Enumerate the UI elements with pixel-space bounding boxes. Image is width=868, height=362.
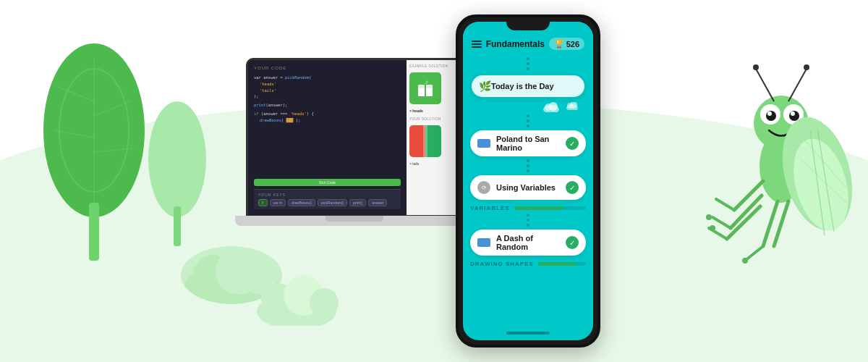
small-tree-trunk [174, 206, 181, 246]
svg-point-29 [767, 111, 772, 116]
phone-clouds [470, 102, 586, 112]
score-badge: 🏆 526 [549, 38, 584, 50]
tree-big [36, 43, 152, 261]
output-tails: > tails [409, 161, 458, 166]
phone-content: 🌿 Today is the Day Poland to [463, 56, 593, 269]
svg-point-50 [742, 258, 748, 264]
leaf-emoji: 🌿 [479, 80, 491, 92]
phone-title: Fundamentals [486, 39, 545, 49]
screen-content: YOUR CODE var answer = pickRandom( 'head… [248, 60, 461, 215]
key-if[interactable]: if [258, 199, 268, 206]
svg-point-13 [310, 288, 339, 317]
cloud-small-1 [542, 102, 560, 112]
phone: Fundamentals 🏆 526 🌿 Today is the Day [456, 14, 600, 348]
svg-line-39 [727, 206, 760, 239]
phone-notch [506, 17, 550, 30]
lesson-pill-variables[interactable]: ⟳ Using Variables ✓ [470, 175, 586, 200]
key-var[interactable]: var m [270, 199, 286, 206]
cloud-center [253, 275, 340, 326]
tree-canopy [43, 43, 145, 217]
phone-bottom-hint [506, 332, 550, 334]
lesson-pill-today[interactable]: 🌿 Today is the Day [470, 74, 586, 98]
code-line-2: 'heads', [254, 81, 401, 88]
your-solution-label: YOUR SOLUTION [409, 117, 458, 121]
lesson-icon-dash [477, 238, 490, 247]
svg-point-30 [791, 111, 795, 116]
section-label-drawing: DRAWING SHAPES [470, 261, 586, 267]
code-line-4: ); [254, 93, 401, 100]
key-answer[interactable]: answer [368, 199, 387, 206]
grasshopper-character [705, 22, 857, 340]
laptop-screen: YOUR CODE var answer = pickRandom( 'head… [246, 58, 463, 217]
tree-small [145, 101, 210, 246]
svg-point-19 [549, 102, 558, 111]
svg-line-36 [716, 199, 734, 210]
lesson-icon-variables: ⟳ [477, 181, 490, 194]
svg-line-4 [54, 130, 94, 138]
drawing-progress-fill [538, 262, 576, 266]
scene: YOUR CODE var answer = pickRandom( 'head… [0, 0, 868, 362]
tree-trunk [89, 203, 99, 261]
run-code-button[interactable]: Run Code [254, 179, 401, 186]
check-badge-poland: ✓ [566, 137, 579, 150]
check-badge-variables: ✓ [566, 181, 579, 194]
svg-line-31 [756, 69, 774, 101]
check-badge-dash: ✓ [566, 236, 579, 249]
lesson-label-today: Today is the Day [491, 82, 577, 90]
svg-point-52 [706, 214, 712, 220]
svg-point-33 [753, 64, 759, 70]
code-line-6: if (answer === 'heads') { [254, 111, 401, 117]
svg-line-3 [94, 101, 130, 116]
lesson-label-poland: Poland to San Marino [496, 135, 566, 152]
code-line-5: print(answer); [254, 102, 401, 109]
lesson-pill-poland[interactable]: Poland to San Marino ✓ [470, 130, 586, 156]
small-tree-canopy [148, 101, 206, 217]
code-label: YOUR CODE [254, 66, 286, 70]
code-line-7: drawBoxes( ▓▓▓ ); [254, 117, 401, 124]
keys-label: YOUR KEYS [258, 193, 396, 197]
keys-panel: YOUR KEYS if var m drawBoxes() pickRando… [254, 189, 401, 209]
example-label: EXAMPLE SOLUTION [409, 64, 458, 68]
phone-screen: Fundamentals 🏆 526 🌿 Today is the Day [463, 22, 593, 340]
hamburger-icon[interactable] [472, 41, 482, 48]
code-line-3: 'tails', [254, 88, 401, 94]
lesson-label-dash: A Dash of Random [496, 234, 566, 251]
variables-progress-bg [514, 206, 586, 210]
example-block [409, 72, 441, 104]
right-panel: EXAMPLE SOLUTION > heads YOUR SOLUTION [407, 60, 461, 215]
section-label-variables: VARIABLES [470, 205, 586, 211]
svg-line-5 [94, 148, 134, 152]
score-number: 526 [566, 40, 579, 49]
lesson-icon-poland [477, 139, 490, 148]
svg-line-32 [788, 69, 807, 101]
cloud-small-2 [566, 102, 579, 110]
connector-3 [470, 214, 586, 227]
laptop: YOUR CODE var answer = pickRandom( 'head… [246, 58, 477, 246]
variables-progress-fill [514, 206, 565, 210]
lesson-label-variables: Using Variables [496, 183, 566, 192]
svg-line-38 [712, 217, 731, 228]
connector-2 [470, 159, 586, 172]
output-heads: > heads [409, 109, 458, 113]
key-pickrandom[interactable]: pickRandom() [318, 199, 347, 206]
trophy-icon: 🏆 [554, 39, 564, 49]
code-line-1: var answer = pickRandom( [254, 75, 401, 81]
example-icon [415, 78, 435, 98]
key-drawboxes[interactable]: drawBoxes() [288, 199, 315, 206]
svg-point-34 [804, 64, 809, 70]
lesson-pill-dash[interactable]: A Dash of Random ✓ [470, 230, 586, 256]
solution-block [409, 125, 441, 157]
drawing-progress-bg [538, 262, 586, 266]
connector-top [470, 57, 586, 70]
key-pills: if var m drawBoxes() pickRandom() print(… [258, 199, 396, 206]
svg-point-51 [710, 225, 715, 231]
tree-lines [43, 43, 145, 217]
connector-1 [470, 114, 586, 127]
svg-line-48 [745, 246, 763, 261]
key-print[interactable]: print() [349, 199, 366, 206]
laptop-base [235, 216, 474, 226]
